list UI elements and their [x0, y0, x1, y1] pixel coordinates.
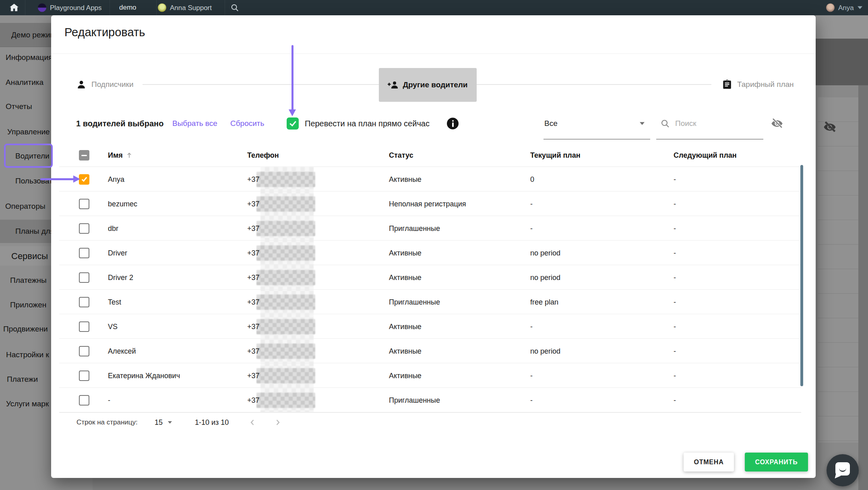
support-avatar	[158, 4, 166, 12]
phone-redacted	[256, 172, 315, 187]
cell-current_plan: no period	[530, 249, 560, 257]
cell-name: Екатерина Жданович	[108, 371, 180, 380]
app-switcher[interactable]: Playground Apps	[38, 4, 102, 12]
support-user-menu[interactable]: Anna Support	[158, 4, 212, 12]
step-connector	[143, 84, 379, 85]
row-checkbox[interactable]	[79, 371, 89, 381]
cell-next_plan: -	[674, 175, 676, 183]
modal-title: Редактировать	[64, 26, 145, 39]
app-switcher-label: Playground Apps	[50, 4, 102, 12]
cell-name: Anya	[108, 175, 124, 183]
cell-name: Алексей	[108, 347, 136, 355]
column-header-phone: Телефон	[247, 151, 279, 160]
select-all-link[interactable]: Выбрать все	[172, 119, 217, 128]
clear-selection-link[interactable]: Сбросить	[230, 119, 264, 128]
chat-launcher[interactable]	[827, 454, 859, 486]
column-header-name[interactable]: Имя	[108, 151, 133, 160]
search-icon	[660, 119, 670, 128]
cell-name: Driver 2	[108, 273, 133, 282]
select-all-checkbox[interactable]	[79, 150, 89, 161]
topbar-divider	[225, 0, 225, 15]
cell-next_plan: -	[674, 347, 676, 355]
select-underline	[544, 139, 650, 140]
topbar: Playground Apps demo Anna Support Anya	[0, 0, 868, 15]
cell-name: Test	[108, 298, 121, 306]
cell-status: Приглашенные	[389, 224, 440, 233]
cell-current_plan: -	[530, 224, 533, 233]
cell-status: Приглашенные	[389, 396, 440, 404]
row-checkbox[interactable]	[79, 272, 89, 283]
cell-phone_prefix: +37	[247, 200, 260, 208]
chevron-down-icon	[168, 421, 172, 424]
phone-redacted	[256, 344, 315, 359]
cell-current_plan: 0	[530, 175, 534, 183]
column-header-next-plan: Следующий план	[674, 151, 737, 160]
column-header-status: Статус	[389, 151, 413, 160]
info-icon	[447, 118, 459, 130]
cell-next_plan: -	[674, 273, 676, 282]
clipboard-icon	[722, 79, 732, 90]
save-button[interactable]: СОХРАНИТЬ	[745, 453, 808, 471]
support-user-label: Anna Support	[170, 4, 212, 12]
user-name: Anya	[838, 4, 854, 12]
home-icon	[9, 2, 19, 13]
cell-phone_prefix: +37	[247, 322, 260, 331]
cell-phone_prefix: +37	[247, 273, 260, 282]
search-underline	[656, 139, 763, 140]
step-other-drivers[interactable]: Другие водители	[379, 68, 477, 102]
phone-redacted	[256, 221, 315, 236]
row-checkbox[interactable]	[79, 174, 89, 185]
cell-status: Активные	[389, 322, 422, 331]
row-checkbox[interactable]	[79, 199, 89, 209]
row-checkbox[interactable]	[79, 395, 89, 406]
topbar-divider	[156, 0, 157, 15]
cell-current_plan: -	[530, 200, 533, 208]
home-button[interactable]	[9, 2, 19, 13]
step-label: Подписчики	[91, 80, 134, 89]
cell-name: dbr	[108, 224, 118, 233]
row-checkbox[interactable]	[79, 248, 89, 258]
search-button[interactable]	[230, 3, 239, 12]
row-checkbox[interactable]	[79, 321, 89, 332]
row-checkbox[interactable]	[79, 346, 89, 356]
step-tariff-plan[interactable]: Тарифный план	[722, 79, 794, 90]
status-filter-select[interactable]: Все	[544, 119, 558, 128]
cell-name: bezumec	[108, 200, 137, 208]
plan-now-label: Перевести на план прямо сейчас	[305, 119, 430, 128]
cell-next_plan: -	[674, 322, 676, 331]
cell-status: Активные	[389, 371, 422, 380]
step-subscribers[interactable]: Подписчики	[76, 79, 134, 90]
cell-status: Приглашенные	[389, 298, 440, 306]
phone-redacted	[256, 196, 315, 212]
info-button[interactable]	[447, 118, 459, 130]
annotation-arrow-right	[40, 178, 74, 180]
phone-redacted	[256, 319, 315, 334]
step-label: Тарифный план	[737, 80, 794, 89]
next-page-button[interactable]	[273, 418, 283, 427]
cancel-button[interactable]: ОТМЕНА	[684, 453, 734, 471]
rows-per-page-label: Строк на страницу:	[76, 418, 138, 426]
plan-now-checkbox[interactable]	[287, 117, 299, 130]
person-icon	[76, 79, 87, 90]
user-avatar	[826, 4, 835, 12]
row-checkbox[interactable]	[79, 223, 89, 234]
previous-page-button[interactable]	[248, 418, 257, 427]
user-menu[interactable]: Anya	[826, 4, 862, 12]
chevron-down-icon[interactable]	[640, 122, 645, 125]
row-checkbox[interactable]	[79, 297, 89, 307]
workspace-menu[interactable]: demo	[119, 4, 136, 12]
cell-next_plan: -	[674, 371, 676, 380]
table-scrollbar[interactable]	[800, 165, 803, 386]
table-row: Anya+37Активные0-	[51, 167, 816, 191]
search-input[interactable]	[674, 119, 759, 128]
cell-current_plan: -	[530, 371, 533, 380]
phone-redacted	[256, 294, 315, 310]
toggle-hidden-button[interactable]	[771, 117, 783, 130]
chevron-down-icon	[858, 6, 862, 9]
title-divider	[51, 54, 816, 54]
screen: Playground Apps demo Anna Support Anya Д…	[0, 0, 868, 490]
cell-status: Активные	[389, 175, 422, 183]
rows-per-page-select[interactable]: 15	[155, 418, 172, 427]
table-row: Driver+37Активныеno period-	[51, 241, 816, 265]
table-row: Екатерина Жданович+37Активные--	[51, 363, 816, 388]
